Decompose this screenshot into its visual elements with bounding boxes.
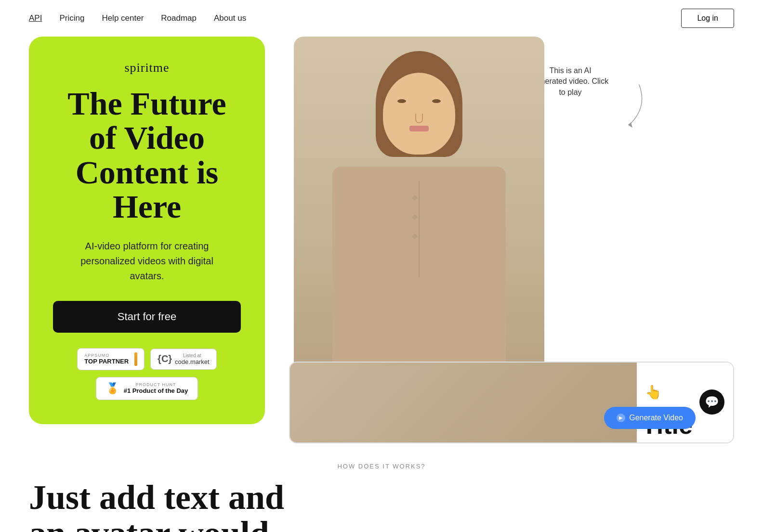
main-content: spiritme The Future of Video Content is … — [0, 37, 763, 424]
hero-card: spiritme The Future of Video Content is … — [29, 37, 265, 424]
right-eye — [432, 99, 441, 103]
how-title-line2: an avatar would — [29, 514, 269, 532]
cursor-hand-icon: 👆 — [645, 384, 662, 400]
generate-video-label: Generate Video — [629, 414, 683, 422]
medal-icon: 🏅 — [106, 382, 119, 395]
appsumo-partner: TOP PARTNER — [84, 358, 129, 365]
nav-pricing[interactable]: Pricing — [59, 13, 84, 23]
appsumo-label: APPSUMO — [84, 353, 109, 358]
svg-marker-0 — [628, 122, 632, 128]
product-hunt-badge: 🏅 PRODUCT HUNT #1 Product of the Day — [96, 377, 198, 400]
code-market-icon: {C} — [158, 353, 172, 364]
button2 — [412, 215, 417, 220]
video-avatar-thumbnail — [290, 363, 637, 442]
appsumo-badge: APPSUMO TOP PARTNER — [77, 348, 145, 370]
nose — [415, 114, 423, 123]
left-eye — [397, 99, 406, 103]
how-title-line1: Just add text and — [29, 478, 284, 517]
hero-subtitle: AI-video platform for creating personali… — [70, 239, 224, 284]
start-free-button[interactable]: Start for free — [53, 301, 241, 333]
login-button[interactable]: Log in — [681, 9, 734, 28]
avatar-image[interactable] — [294, 37, 544, 412]
hero-title: The Future of Video Content is Here — [53, 87, 241, 224]
nav-roadmap[interactable]: Roadmap — [161, 13, 197, 23]
generate-video-button[interactable]: ▶ Generate Video — [604, 407, 696, 429]
navigation: API Pricing Help center Roadmap About us… — [0, 0, 763, 37]
tooltip-arrow-icon — [599, 80, 652, 133]
avatar-area: This is an AI generated video. Click to … — [265, 37, 734, 424]
jacket-line — [419, 181, 420, 277]
person-silhouette — [294, 37, 544, 412]
chat-bubble-button[interactable]: 💬 — [699, 389, 724, 415]
code-market-name: code.market — [175, 358, 210, 365]
button1 — [412, 195, 417, 200]
product-hunt-label: PRODUCT HUNT — [124, 382, 188, 387]
appsumo-badge-content: APPSUMO TOP PARTNER — [84, 353, 129, 365]
chat-icon: 💬 — [705, 395, 719, 409]
lips — [409, 126, 429, 131]
nav-links: API Pricing Help center Roadmap About us — [29, 13, 246, 23]
nav-help-center[interactable]: Help center — [102, 13, 144, 23]
how-label: HOW DOES IT WORKS? — [29, 463, 734, 470]
how-title: Just add text and an avatar would say it — [29, 480, 308, 532]
play-icon: ▶ — [617, 414, 625, 422]
appsumo-bar-icon — [134, 352, 137, 366]
brand-name: spiritme — [124, 61, 169, 75]
badges-row: APPSUMO TOP PARTNER {C} Listed at code.m… — [77, 348, 216, 370]
product-hunt-title: #1 Product of the Day — [124, 387, 188, 394]
button3 — [412, 234, 417, 239]
code-market-text: Listed at code.market — [175, 353, 210, 365]
code-market-listed: Listed at — [175, 353, 210, 358]
code-market-badge: {C} Listed at code.market — [150, 349, 217, 370]
nav-api[interactable]: API — [29, 13, 42, 23]
person-face — [383, 73, 455, 155]
video-preview[interactable]: Title — [289, 362, 734, 443]
video-preview-inner: Title — [290, 363, 733, 442]
nav-about-us[interactable]: About us — [214, 13, 246, 23]
product-hunt-text: PRODUCT HUNT #1 Product of the Day — [124, 382, 188, 394]
